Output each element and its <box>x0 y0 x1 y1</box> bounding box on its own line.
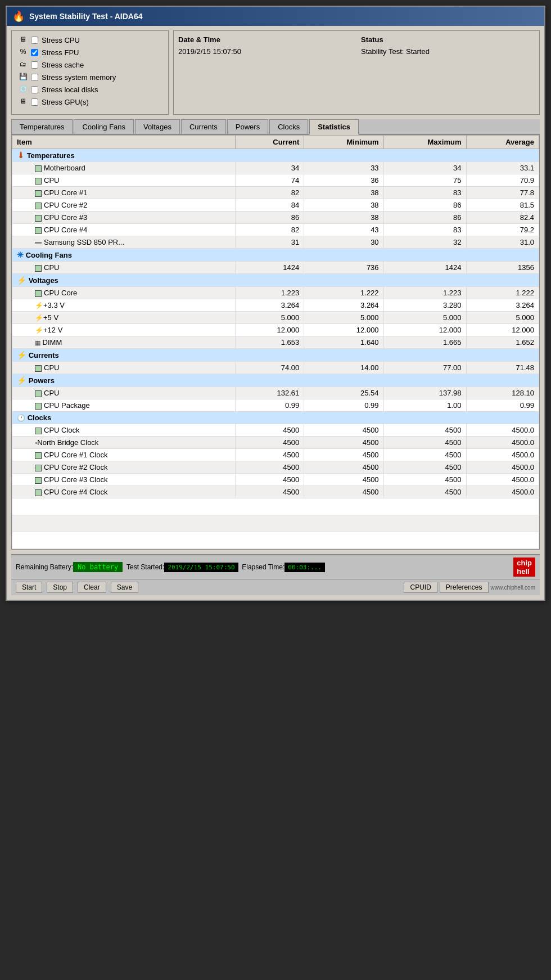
item-dimm: ▦ DIMM <box>12 336 236 349</box>
table-row: ⚡+3.3 V 3.264 3.264 3.280 3.264 <box>12 299 539 312</box>
val-core4-clock-min: 4500 <box>304 486 383 498</box>
tab-cooling-fans[interactable]: Cooling Fans <box>74 119 134 134</box>
val-ssd-min: 30 <box>304 236 383 249</box>
val-cpu-min: 36 <box>304 174 383 187</box>
cpu-core2-icon <box>35 203 42 209</box>
preferences-button[interactable]: Preferences <box>440 582 489 593</box>
val-core4-current: 82 <box>236 224 304 236</box>
cpu-icon: 🖥 <box>19 35 28 44</box>
stress-cpu-checkbox[interactable] <box>31 37 38 44</box>
val-motherboard-current: 34 <box>236 162 304 174</box>
val-cpu-core-v-min: 1.222 <box>304 287 383 299</box>
val-core2-avg: 81.5 <box>466 199 539 212</box>
val-core2-current: 84 <box>236 199 304 212</box>
start-button[interactable]: Start <box>16 582 42 593</box>
status-value: Stability Test: Started <box>361 47 535 56</box>
val-cpu-clock-min: 4500 <box>304 424 383 437</box>
info-panel: Date & Time Status 2019/2/15 15:07:50 St… <box>173 30 540 115</box>
checkbox-stress-cache[interactable]: 🗂 Stress cache <box>19 60 161 69</box>
val-cpu-current-min: 14.00 <box>304 362 383 374</box>
val-3v3-current: 3.264 <box>236 299 304 312</box>
stress-cache-checkbox[interactable] <box>31 61 38 69</box>
website-label: www.chiphell.com <box>491 585 535 591</box>
checkbox-stress-gpus[interactable]: 🖥 Stress GPU(s) <box>19 97 161 106</box>
val-dimm-avg: 1.652 <box>466 336 539 349</box>
core1-clock-icon <box>35 452 42 459</box>
tab-clocks[interactable]: Clocks <box>269 119 308 134</box>
title-bar: 🔥 System Stability Test - AIDA64 <box>7 7 544 26</box>
tab-powers[interactable]: Powers <box>227 119 268 134</box>
section-currents-label: ⚡ Currents <box>12 349 539 362</box>
stress-gpus-checkbox[interactable] <box>31 98 38 106</box>
checkbox-stress-memory[interactable]: 💾 Stress system memory <box>19 73 161 82</box>
col-minimum: Minimum <box>304 136 383 149</box>
val-3v3-avg: 3.264 <box>466 299 539 312</box>
table-row: CPU Core #2 Clock 4500 4500 4500 4500.0 <box>12 461 539 474</box>
section-temperatures: 🌡 Temperatures <box>12 149 539 162</box>
val-cpu-power-max: 137.98 <box>383 387 466 399</box>
save-button[interactable]: Save <box>111 582 138 593</box>
val-core3-clock-avg: 4500.0 <box>466 474 539 486</box>
clear-button[interactable]: Clear <box>78 582 106 593</box>
checkbox-stress-cpu[interactable]: 🖥 Stress CPU <box>19 35 161 44</box>
stop-button[interactable]: Stop <box>47 582 73 593</box>
val-core1-current: 82 <box>236 187 304 199</box>
val-ssd-avg: 31.0 <box>466 236 539 249</box>
tab-currents[interactable]: Currents <box>181 119 226 134</box>
cpuid-button[interactable]: CPUID <box>404 582 437 593</box>
bolt-icon-12v: ⚡ <box>35 326 43 334</box>
val-fan-min: 736 <box>304 262 383 274</box>
bolt-icon-3v3: ⚡ <box>35 302 43 309</box>
item-core3-clock: CPU Core #3 Clock <box>12 474 236 486</box>
remaining-battery-label: Remaining Battery: <box>16 563 73 571</box>
val-core1-max: 83 <box>383 187 466 199</box>
val-pkg-max: 1.00 <box>383 399 466 412</box>
val-cpu-core-v-avg: 1.222 <box>466 287 539 299</box>
val-3v3-max: 3.280 <box>383 299 466 312</box>
val-core3-max: 86 <box>383 212 466 224</box>
val-core2-clock-avg: 4500.0 <box>466 461 539 474</box>
section-powers-label: ⚡ Powers <box>12 374 539 387</box>
volt-section-icon: ⚡ <box>17 276 26 285</box>
disk-icon: 💿 <box>19 85 28 94</box>
item-core4-clock: CPU Core #4 Clock <box>12 486 236 498</box>
item-cpu-core2: CPU Core #2 <box>12 199 236 212</box>
val-core3-clock-min: 4500 <box>304 474 383 486</box>
tab-voltages[interactable]: Voltages <box>135 119 180 134</box>
section-cooling-fans: ✳ Cooling Fans <box>12 249 539 262</box>
item-core1-clock: CPU Core #1 Clock <box>12 449 236 461</box>
ssd-icon <box>35 242 42 244</box>
val-cpu-clock-current: 4500 <box>236 424 304 437</box>
col-item: Item <box>12 136 236 149</box>
chiphell-logo: chiphell <box>513 558 535 577</box>
date-time-label: Date & Time <box>178 35 352 45</box>
val-core1-clock-max: 4500 <box>383 449 466 461</box>
tab-temperatures[interactable]: Temperatures <box>11 119 73 134</box>
stress-memory-checkbox[interactable] <box>31 74 38 81</box>
val-motherboard-max: 34 <box>383 162 466 174</box>
section-powers: ⚡ Powers <box>12 374 539 387</box>
fan-icon: ✳ <box>17 250 24 259</box>
bottom-bar: Start Stop Clear Save CPUID Preferences … <box>11 579 540 595</box>
checkbox-stress-disks[interactable]: 💿 Stress local disks <box>19 85 161 94</box>
tabs-row: Temperatures Cooling Fans Voltages Curre… <box>11 119 540 135</box>
val-core4-min: 43 <box>304 224 383 236</box>
val-cpu-power-min: 25.54 <box>304 387 383 399</box>
val-dimm-min: 1.640 <box>304 336 383 349</box>
stress-disks-checkbox[interactable] <box>31 86 38 93</box>
dimm-icon: ▦ <box>35 339 40 346</box>
val-core2-clock-min: 4500 <box>304 461 383 474</box>
val-5v-avg: 5.000 <box>466 312 539 324</box>
val-core1-clock-avg: 4500.0 <box>466 449 539 461</box>
test-started-value: 2019/2/15 15:07:50 <box>164 563 238 572</box>
table-row: ▦ DIMM 1.653 1.640 1.665 1.652 <box>12 336 539 349</box>
val-core3-avg: 82.4 <box>466 212 539 224</box>
stress-fpu-checkbox[interactable] <box>31 49 38 56</box>
val-core3-min: 38 <box>304 212 383 224</box>
checkbox-stress-fpu[interactable]: % Stress FPU <box>19 48 161 57</box>
val-cpu-power-current: 132.61 <box>236 387 304 399</box>
tab-statistics[interactable]: Statistics <box>309 119 359 135</box>
val-motherboard-min: 33 <box>304 162 383 174</box>
val-pkg-avg: 0.99 <box>466 399 539 412</box>
status-label: Status <box>361 35 535 45</box>
